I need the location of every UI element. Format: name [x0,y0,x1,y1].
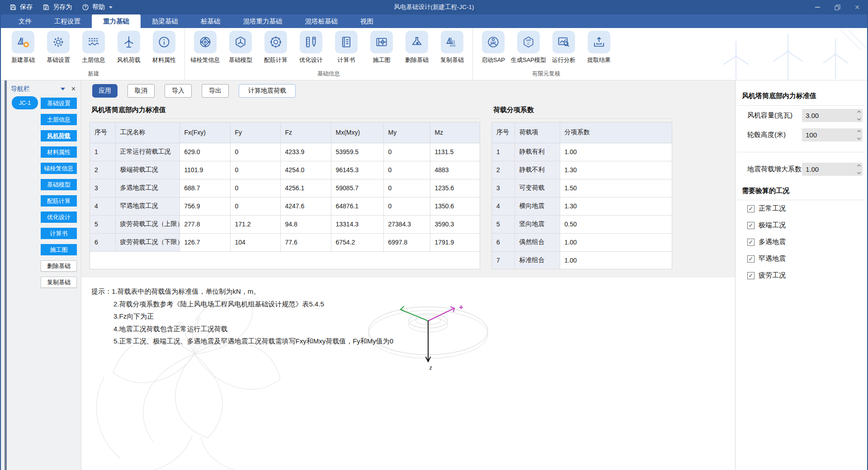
sidebar-item[interactable]: 配筋计算 [41,195,77,207]
table-cell: 126.7 [179,233,230,251]
ribbon-tab[interactable]: 文件 [7,14,43,28]
table-cell: 6 [492,233,514,251]
cases-title: 需要验算的工况 [736,179,867,200]
calc-seismic-load-button[interactable]: 计算地震荷载 [239,84,296,98]
spinner-arrows[interactable] [857,110,861,121]
table-row[interactable]: 2极端荷载工况1101.904254.096145.304883 [90,161,480,179]
sidebar-item[interactable]: 删除基础 [41,260,77,272]
sidebar-item[interactable]: 基础模型 [41,179,77,190]
table-row[interactable]: 4横向地震1.30 [492,197,672,215]
import-button[interactable]: 导入 [165,84,192,98]
sidebar-collapse-caret-icon[interactable] [61,88,65,90]
table-row[interactable]: 6偶然组合1.00 [492,233,672,251]
checkbox-checked[interactable]: ✓ [747,272,755,279]
field-spinner-input[interactable]: 100 [802,128,863,141]
table-row[interactable]: 4罕遇地震工况756.904247.664876.101350.6 [90,197,480,215]
table-row[interactable]: 3多遇地震工况688.704256.159085.701235.6 [90,179,480,197]
sidebar-item[interactable]: 优化设计 [41,212,77,223]
table-row[interactable]: 1静载有利1.00 [492,143,672,161]
restore-button[interactable] [827,0,847,14]
action-button-row: 应用 取消 导入 导出 计算地震荷载 [92,84,296,98]
sidebar-item[interactable]: 土层信息 [41,114,77,125]
apply-button[interactable]: 应用 [92,84,118,98]
ribbon-item[interactable]: 锚栓笼信息 [188,31,223,64]
field-spinner-input[interactable]: 3.00 [802,109,863,122]
ribbon-item-label: 材料属性 [152,56,176,64]
menu-bar: 保存另存为帮助 [1,0,117,14]
ribbon-tab[interactable]: 工程设置 [43,14,92,28]
sidebar-close-icon[interactable]: × [71,85,75,93]
sidebar-item[interactable]: 风机荷载 [41,130,77,141]
ribbon-tab[interactable]: 重力基础 [92,14,141,28]
ribbon-item[interactable]: SAP启动SAP [476,31,511,64]
spinner-arrows[interactable] [857,129,861,141]
ribbon-item[interactable]: SAPC生成SAP模型 [511,31,546,64]
sidebar-item[interactable]: 基础设置 [41,98,77,109]
ribbon-tab[interactable]: 混塔桩基础 [294,14,349,28]
minimize-button[interactable] [807,0,827,14]
ribbon-tab[interactable]: 桩基础 [189,14,232,28]
checkbox-checked[interactable]: ✓ [747,205,755,212]
checkbox-checked[interactable]: ✓ [747,239,755,246]
ribbon-item[interactable]: 删除基础 [399,31,434,64]
sidebar-item[interactable]: 计算书 [41,228,77,239]
table-row[interactable]: 3可变荷载1.50 [492,179,672,197]
menu-item[interactable]: 另存为 [38,0,76,14]
parameter-panel-title: 风机塔筒底部内力标准值 [736,80,867,105]
export-button[interactable]: 导出 [202,84,229,98]
axis-plus-label: + [459,303,463,311]
ribbon-item[interactable]: 运行分析 [546,31,581,64]
table-row[interactable]: 1正常运行荷载工况629.004233.953959.501131.5 [90,143,480,161]
sidebar-item[interactable]: 锚栓笼信息 [41,163,77,174]
form-panel: 应用 取消 导入 导出 计算地震荷载 风机塔筒底部内力标准值 序号工况名称Fx(… [81,80,735,277]
sidebar-item[interactable]: 施工图 [41,244,77,255]
project-tab-jc1[interactable]: JC-1 [12,96,38,109]
ribbon-item[interactable]: 施工图 [364,31,399,64]
table-cell: 4 [90,197,115,215]
menu-item[interactable]: 帮助 [78,0,117,14]
ribbon-item[interactable]: 提取结果 [581,31,617,64]
table-row[interactable]: 7标准组合1.00 [492,251,672,269]
field-spinner-input[interactable]: 1.00 [802,163,863,176]
table-cell: 多遇地震工况 [115,179,179,197]
ribbon-item-label: 优化设计 [299,56,323,64]
menu-dropdown-caret-icon[interactable] [109,6,113,9]
ribbon-item[interactable]: 新建基础 [5,31,41,64]
table-cell: 静载有利 [514,143,560,161]
sidebar-item[interactable]: 材料属性 [41,146,77,158]
rebar-calc-icon [264,31,287,53]
checkbox-checked[interactable]: ✓ [747,222,755,229]
table-row[interactable]: 5竖向地震0.50 [492,215,672,233]
ribbon-tab[interactable]: 混塔重力基础 [232,14,294,28]
ribbon-item-label: 配筋计算 [264,56,288,64]
spinner-arrows[interactable] [857,164,861,175]
table-row[interactable]: 5疲劳荷载工况（上限）277.8171.294.813314.327384.33… [90,215,480,233]
ribbon-item[interactable]: 优化设计 [293,31,329,64]
ribbon-item[interactable]: 风机荷载 [111,31,146,64]
foundation-copy-icon [441,31,463,53]
sidebar-item[interactable]: 复制基础 [41,277,77,288]
ribbon-item[interactable]: 配筋计算 [258,31,293,64]
table-row[interactable]: 6疲劳荷载工况（下限）126.710477.66754.26997.81791.… [90,233,480,251]
ribbon-item[interactable]: 基础设置 [41,31,76,64]
sap-launch-icon: SAP [482,31,505,53]
menu-item[interactable]: 保存 [5,0,37,14]
ribbon-item[interactable]: 计算书 [329,31,364,64]
ribbon-item-label: 删除基础 [405,56,429,64]
ribbon-group-label: 基础信息 [188,68,470,79]
ribbon-item[interactable]: 基础模型 [223,31,258,64]
navigation-sidebar: 导航栏 × JC-1 基础设置土层信息风机荷载材料属性锚栓笼信息基础模型配筋计算… [1,80,81,470]
ribbon-item[interactable]: 材料属性 [146,31,182,64]
ribbon-item[interactable]: 土层信息 [76,31,111,64]
table-row[interactable]: 2静载不利1.30 [492,161,672,179]
column-header: 荷载项 [514,122,560,143]
ribbon-item[interactable]: 复制基础 [434,31,470,64]
ribbon-tab[interactable]: 肋梁基础 [141,14,189,28]
close-button[interactable]: × [847,0,867,14]
column-header: 序号 [492,122,514,143]
notes-section: 提示：1.荷载表中的荷载值为标准值，单位制为kN，m。2.荷载分项系数参考《陆上… [81,277,735,470]
checkbox-checked[interactable]: ✓ [747,255,755,263]
ribbon-tab[interactable]: 视图 [349,14,385,28]
case-label: 多遇地震 [759,238,786,246]
cancel-button[interactable]: 取消 [127,84,155,98]
